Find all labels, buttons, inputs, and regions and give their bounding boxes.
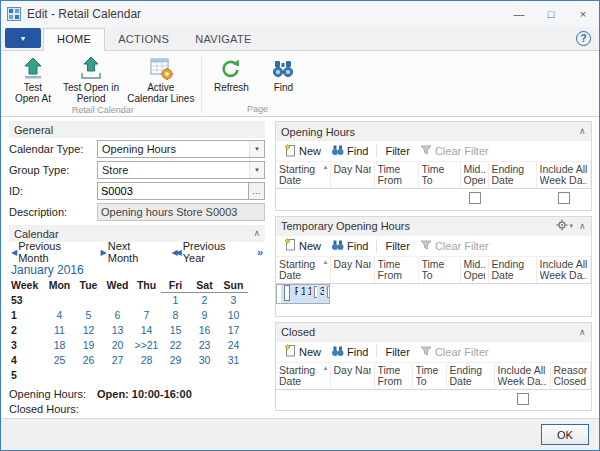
- col-time-from[interactable]: TimeFrom: [374, 257, 418, 284]
- close-button[interactable]: ×: [567, 1, 599, 27]
- chevron-down-icon[interactable]: ▼: [249, 141, 264, 157]
- find-button[interactable]: Find: [257, 53, 309, 103]
- find-button[interactable]: Find: [327, 239, 372, 253]
- cell-time-to[interactable]: [418, 189, 460, 207]
- find-button[interactable]: Find: [327, 144, 372, 158]
- calendar-type-select[interactable]: Opening Hours ▼: [97, 140, 265, 158]
- test-open-in-period-button[interactable]: Test Open inPeriod: [59, 53, 123, 104]
- cell-reason-closed[interactable]: [550, 389, 590, 407]
- week-number[interactable]: 3: [11, 338, 45, 353]
- col-time-to[interactable]: TimeTo: [418, 162, 460, 189]
- temporary-opening-hours-panel-header[interactable]: Temporary Opening Hours ▾ ∧: [276, 217, 591, 236]
- week-number[interactable]: 5: [11, 368, 45, 383]
- week-number[interactable]: 53: [11, 293, 45, 309]
- col-ending-date[interactable]: EndingDate: [446, 363, 494, 390]
- day-cell[interactable]: 16: [190, 323, 219, 338]
- previous-month-button[interactable]: ◀ Previous Month: [11, 240, 89, 264]
- starting-date-edit-cell[interactable]: [284, 285, 290, 301]
- calendar-overflow-button[interactable]: »: [257, 246, 263, 258]
- app-menu-button[interactable]: ▼: [5, 28, 41, 48]
- filter-button[interactable]: Filter: [381, 145, 413, 157]
- day-cell[interactable]: 27: [103, 353, 132, 368]
- day-cell[interactable]: 17: [219, 323, 248, 338]
- include-all-week-checkbox[interactable]: [558, 192, 570, 204]
- find-button[interactable]: Find: [327, 345, 372, 359]
- cell-time-from[interactable]: [374, 389, 412, 407]
- day-cell[interactable]: 23: [190, 338, 219, 353]
- col-starting-date[interactable]: StartingDate▲: [276, 162, 330, 189]
- day-cell[interactable]: 15: [161, 323, 190, 338]
- day-cell[interactable]: [103, 368, 132, 383]
- day-cell[interactable]: 14: [132, 323, 161, 338]
- general-section-header[interactable]: General: [9, 121, 265, 138]
- day-cell-today[interactable]: >>21: [132, 338, 161, 353]
- day-cell[interactable]: 24: [219, 338, 248, 353]
- previous-year-button[interactable]: ◀◀ Previous Year: [171, 240, 244, 264]
- next-month-button[interactable]: ▶ Next Month: [101, 240, 160, 264]
- cell-time-from[interactable]: [374, 189, 418, 207]
- col-time-from[interactable]: TimeFrom: [374, 363, 412, 390]
- new-button[interactable]: New: [280, 344, 325, 359]
- cell-ending-date[interactable]: 31.1.2016: [317, 285, 324, 303]
- opening-hours-panel-header[interactable]: Opening Hours ∧: [276, 122, 591, 141]
- customize-button[interactable]: ▾: [556, 219, 573, 233]
- filter-button[interactable]: Filter: [381, 346, 413, 358]
- day-cell[interactable]: 13: [103, 323, 132, 338]
- collapse-icon[interactable]: ∧: [579, 127, 586, 136]
- id-input[interactable]: [97, 182, 249, 200]
- day-cell[interactable]: 2: [190, 293, 219, 309]
- chevron-down-icon[interactable]: ▼: [249, 162, 264, 178]
- day-cell[interactable]: 3: [219, 293, 248, 309]
- cell-time-to[interactable]: [412, 389, 446, 407]
- group-type-select[interactable]: Store ▼: [97, 161, 265, 179]
- day-cell[interactable]: 18: [45, 338, 74, 353]
- day-cell[interactable]: 5: [74, 308, 103, 323]
- refresh-button[interactable]: Refresh: [205, 53, 257, 103]
- tab-navigate[interactable]: NAVIGATE: [182, 29, 264, 50]
- col-midnight-open[interactable]: Mid...Open: [460, 162, 488, 189]
- cell-starting-date[interactable]: [276, 389, 330, 407]
- col-include-all-week[interactable]: Include AllWeek Da...: [536, 257, 590, 284]
- col-starting-date[interactable]: StartingDate▲: [276, 257, 330, 284]
- tab-home[interactable]: HOME: [43, 28, 105, 51]
- day-cell[interactable]: 4: [45, 308, 74, 323]
- clear-filter-button[interactable]: Clear Filter: [416, 345, 493, 359]
- week-number[interactable]: 4: [11, 353, 45, 368]
- closed-panel-header[interactable]: Closed ∧: [276, 323, 591, 342]
- day-cell[interactable]: 28: [132, 353, 161, 368]
- cell-day-name[interactable]: [330, 189, 374, 207]
- col-reason-closed[interactable]: ReasonClosed: [550, 363, 590, 390]
- col-time-from[interactable]: TimeFrom: [374, 162, 418, 189]
- tab-actions[interactable]: ACTIONS: [105, 29, 182, 50]
- day-cell[interactable]: [45, 368, 74, 383]
- midnight-open-checkbox[interactable]: [469, 192, 481, 204]
- cell-starting-date[interactable]: [276, 189, 330, 207]
- new-button[interactable]: New: [280, 238, 325, 253]
- day-cell[interactable]: 31: [219, 353, 248, 368]
- cell-day-name[interactable]: [330, 389, 374, 407]
- day-cell[interactable]: 10: [219, 308, 248, 323]
- id-lookup-button[interactable]: …: [249, 182, 265, 200]
- active-calendar-lines-button[interactable]: ActiveCalendar Lines: [123, 53, 198, 104]
- day-cell[interactable]: [219, 368, 248, 383]
- day-cell[interactable]: 12: [74, 323, 103, 338]
- cell-time-to[interactable]: 16:00:00: [305, 285, 312, 303]
- day-cell[interactable]: 9: [190, 308, 219, 323]
- day-cell[interactable]: 19: [74, 338, 103, 353]
- clear-filter-button[interactable]: Clear Filter: [416, 144, 493, 158]
- day-cell[interactable]: 26: [74, 353, 103, 368]
- col-starting-date[interactable]: StartingDate▲: [276, 363, 330, 390]
- day-cell[interactable]: 30: [190, 353, 219, 368]
- day-cell[interactable]: [103, 293, 132, 309]
- day-cell[interactable]: [161, 368, 190, 383]
- day-cell[interactable]: 6: [103, 308, 132, 323]
- col-time-to[interactable]: TimeTo: [412, 363, 446, 390]
- col-ending-date[interactable]: EndingDate: [488, 162, 536, 189]
- cell-time-from[interactable]: 10:00:00: [298, 285, 305, 303]
- col-midnight-open[interactable]: Mid...Open: [460, 257, 488, 284]
- col-time-to[interactable]: TimeTo: [418, 257, 460, 284]
- day-cell[interactable]: 22: [161, 338, 190, 353]
- col-include-all-week[interactable]: Include AllWeek Da...: [494, 363, 550, 390]
- day-cell[interactable]: [132, 368, 161, 383]
- day-cell[interactable]: 1: [161, 293, 190, 309]
